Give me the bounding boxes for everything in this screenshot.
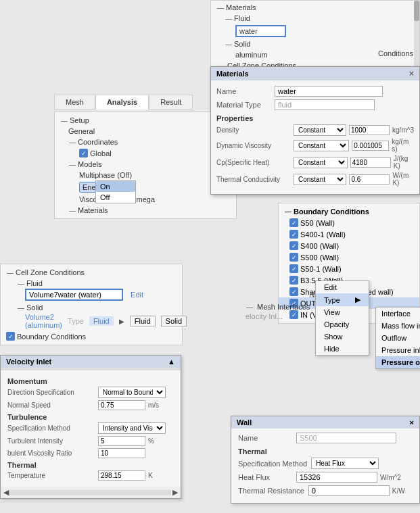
tree-general[interactable]: General: [55, 126, 236, 137]
mesh-interfaces-label: — Mesh Interfaces: [246, 303, 310, 312]
czc-fluid-type[interactable]: Fluid: [89, 316, 114, 326]
velocity-inlet-panel: Velocity Inlet ▲ Momentum Direction Spec…: [0, 355, 181, 499]
tree-energy[interactable]: Energy (On): [55, 180, 236, 194]
ctx-type[interactable]: Type ▶ Interface Mass flow inlet Outflow…: [316, 293, 369, 306]
velocity-inlet-title-text: Velocity Inlet: [6, 358, 51, 366]
bc-s400[interactable]: S400 (Wall): [279, 240, 419, 251]
scrollbar[interactable]: [414, 1, 419, 74]
global-label: Global: [90, 149, 112, 157]
dynamic-viscosity-value[interactable]: [352, 141, 389, 151]
sub-interface[interactable]: Interface: [376, 308, 420, 320]
direction-select[interactable]: Normal to Boundary: [98, 387, 166, 398]
scroll-thumb[interactable]: [414, 1, 419, 21]
bc-s500-cb[interactable]: [289, 253, 298, 262]
bc-s50-1-cb[interactable]: [289, 264, 298, 273]
global-checkbox[interactable]: [79, 149, 88, 157]
direction-row: Direction Specification Normal to Bounda…: [7, 387, 174, 398]
wall-close-btn[interactable]: ×: [410, 418, 414, 426]
tree-materials-left[interactable]: — Materials: [55, 205, 236, 216]
thermal-conductivity-method[interactable]: Constant: [294, 174, 346, 185]
bc-s400-cb[interactable]: [289, 241, 298, 250]
sub-mass-flow[interactable]: Mass flow inlet: [376, 320, 420, 332]
bc-s400-1[interactable]: S400-1 (Wall): [279, 228, 419, 240]
czc-solid-value[interactable]: Volume2 (aluminum): [25, 313, 62, 329]
czc-solid[interactable]: — Solid: [6, 302, 177, 313]
tree-water[interactable]: water: [211, 24, 419, 39]
tree-setup[interactable]: — Setup: [55, 115, 236, 126]
tree-global[interactable]: Global: [55, 147, 236, 159]
wall-thermal-res-input[interactable]: [308, 485, 390, 496]
tab-result[interactable]: Result: [149, 95, 193, 109]
sub-pressure-inlet[interactable]: Pressure inlet: [376, 344, 420, 356]
bc-title-row[interactable]: — Boundary Conditions: [279, 206, 419, 217]
wall-heat-flux-input[interactable]: [296, 472, 377, 483]
czc-bc[interactable]: Boundary Conditions: [6, 331, 177, 342]
bc-collapse: —: [284, 207, 292, 216]
mesh-int-text: Mesh Interfaces: [257, 303, 310, 311]
bc-s400-label: S400 (Wall): [300, 242, 339, 250]
normal-speed-input[interactable]: [98, 400, 145, 410]
tree-solid[interactable]: — Solid: [211, 39, 419, 49]
czc-fluid-option[interactable]: Fluid: [130, 316, 156, 326]
wall-name-input[interactable]: [296, 433, 396, 443]
collapse-icon2: —: [225, 14, 233, 22]
czc-header[interactable]: — Cell Zone Conditions: [6, 267, 177, 278]
tree-models[interactable]: — Models: [55, 159, 236, 170]
czc-solid-label: Solid: [26, 303, 43, 312]
spec-method-select[interactable]: Intensity and Viscosit: [98, 422, 166, 434]
wall-spec-select[interactable]: Heat Flux: [311, 458, 379, 469]
cp-value[interactable]: [350, 157, 391, 168]
bc-s50-1[interactable]: S50-1 (Wall): [279, 263, 419, 274]
czc-edit-btn[interactable]: Edit: [131, 291, 143, 299]
panel-scroll-up[interactable]: ▲: [168, 358, 175, 366]
material-type-input[interactable]: [275, 99, 375, 110]
temperature-input[interactable]: [98, 470, 145, 481]
bc-s50[interactable]: S50 (Wall): [279, 217, 419, 228]
czc-solid-option[interactable]: Solid: [161, 316, 187, 326]
tree-materials[interactable]: — Materials: [211, 2, 419, 13]
sub-pressure-outlet[interactable]: Pressure outlet: [376, 356, 420, 368]
czc-fluid-input[interactable]: Volume7water (water): [25, 289, 123, 301]
ctx-view[interactable]: View: [316, 306, 369, 318]
tree-multiphase[interactable]: Multiphase (Off): [55, 170, 236, 180]
solid-label: Solid: [234, 40, 250, 48]
ctx-edit[interactable]: Edit: [316, 281, 369, 293]
tab-mesh[interactable]: Mesh: [54, 95, 95, 109]
close-button[interactable]: ×: [409, 69, 414, 78]
bc-s500[interactable]: S500 (Wall): [279, 251, 419, 263]
ctx-opacity[interactable]: Opacity: [316, 318, 369, 331]
turbulent-intensity-input[interactable]: [98, 436, 145, 446]
tree-coordinates[interactable]: — Coordinates: [55, 137, 236, 147]
czc-fluid[interactable]: — Fluid: [6, 278, 177, 289]
cp-method[interactable]: Constant: [294, 157, 348, 168]
scroll-left[interactable]: ◀: [3, 488, 9, 497]
turbulence-label: Turbulence: [7, 413, 174, 421]
sub-outflow[interactable]: Outflow: [376, 332, 420, 344]
tree-fluid[interactable]: — Fluid: [211, 13, 419, 24]
density-value[interactable]: [349, 125, 390, 135]
on-label: On: [100, 182, 110, 191]
materials-left-collapse: —: [68, 206, 76, 214]
density-row: Density Constant kg/m^3: [216, 124, 414, 136]
bc-share-cb[interactable]: [289, 287, 298, 296]
dynamic-viscosity-method[interactable]: Constant: [294, 140, 349, 151]
czc-panel: — Cell Zone Conditions — Fluid Volume7wa…: [0, 264, 183, 345]
tree-viscous[interactable]: Viscous (SST k-omega: [55, 194, 236, 205]
energy-on[interactable]: On: [96, 181, 135, 192]
viscosity-ratio-input[interactable]: [98, 448, 145, 458]
ctx-show[interactable]: Show: [316, 331, 369, 343]
thermal-conductivity-value[interactable]: [349, 174, 390, 185]
ctx-hide[interactable]: Hide: [316, 343, 369, 355]
energy-dropdown[interactable]: On Off: [95, 180, 136, 203]
bc-checkbox[interactable]: [6, 332, 15, 341]
bc-b355-cb[interactable]: [289, 276, 298, 285]
tab-analysis[interactable]: Analysis: [95, 95, 149, 109]
name-input[interactable]: [275, 86, 383, 97]
bc-in-cb[interactable]: [289, 310, 298, 319]
scroll-right[interactable]: ▶: [172, 488, 178, 497]
density-method[interactable]: Constant: [294, 124, 346, 136]
bc-s400-1-cb[interactable]: [289, 230, 298, 239]
energy-off[interactable]: Off: [96, 192, 135, 203]
bc-s50-cb[interactable]: [289, 218, 298, 227]
scroll-track[interactable]: [10, 490, 171, 495]
